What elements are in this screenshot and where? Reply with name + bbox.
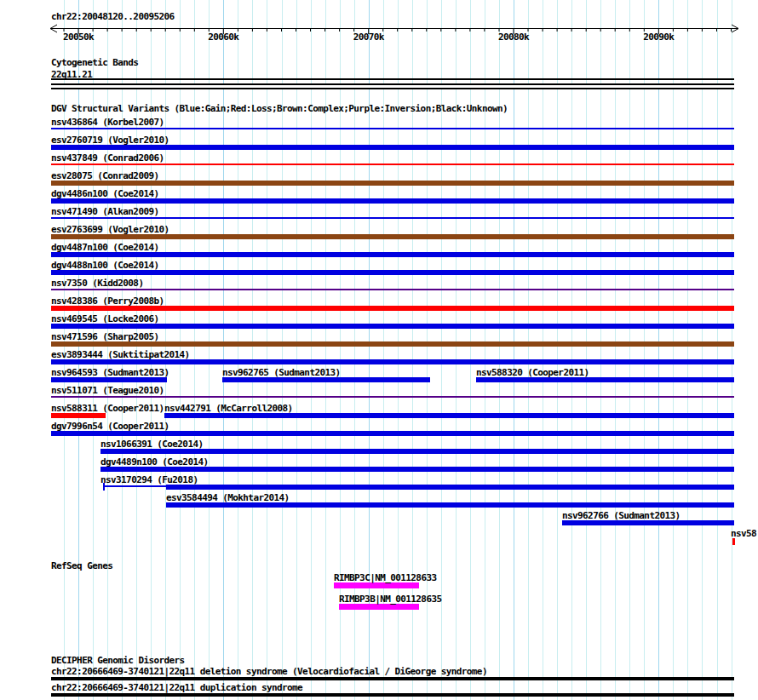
- gridline: [543, 0, 543, 700]
- coordinate-ruler: 20050k20060k20070k20080k20090k: [0, 0, 758, 44]
- genome-browser: chr22:20048120..20095206 20050k20060k200…: [0, 0, 758, 700]
- gridline: [702, 0, 703, 700]
- variant-bar[interactable]: [103, 485, 166, 487]
- variant-label[interactable]: dgv4489n100 (Coe2014): [100, 456, 208, 468]
- variant-label[interactable]: nsv962765 (Sudmant2013): [222, 367, 341, 378]
- gridline: [629, 0, 630, 700]
- gridline: [571, 0, 572, 700]
- variant-label[interactable]: dgv4488n100 (Coe2014): [51, 260, 158, 271]
- gene-bar[interactable]: [339, 604, 419, 610]
- section-title-refseq: RefSeq Genes: [51, 560, 112, 571]
- gridline: [586, 0, 587, 700]
- gridline: [615, 0, 616, 700]
- cytoband-track-line: [51, 78, 734, 80]
- variant-label[interactable]: esv28075 (Conrad2009): [51, 170, 158, 181]
- gridline: [673, 0, 674, 700]
- variant-label[interactable]: esv3584494 (Mokhtar2014): [166, 492, 290, 503]
- variant-label[interactable]: nsv471596 (Sharp2005): [51, 331, 158, 342]
- ruler-tick-label: 20050k: [63, 32, 95, 43]
- variant-label[interactable]: nsv964593 (Sudmant2013): [51, 367, 169, 378]
- variant-label[interactable]: nsv471490 (Alkan2009): [51, 206, 158, 217]
- section-title-dgv: DGV Structural Variants (Blue:Gain;Red:L…: [51, 103, 508, 114]
- ruler-tick-label: 20080k: [498, 32, 530, 43]
- variant-label[interactable]: esv2763699 (Vogler2010): [51, 224, 169, 235]
- disorder-bar[interactable]: [51, 677, 734, 680]
- disorder-bar[interactable]: [51, 693, 734, 697]
- section-title-decipher: DECIPHER Genomic Disorders: [51, 655, 185, 666]
- ruler-tick-label: 20060k: [208, 32, 239, 43]
- variant-label[interactable]: dgv4487n100 (Coe2014): [51, 242, 158, 253]
- variant-label[interactable]: nsv437849 (Conrad2006): [51, 152, 164, 164]
- variant-label[interactable]: nsv442791 (McCarroll2008): [164, 403, 293, 414]
- gridline: [528, 0, 529, 700]
- gene-label[interactable]: RIMBP3C|NM_001128633: [334, 572, 436, 583]
- variant-label[interactable]: esv2760719 (Vogler2010): [51, 135, 169, 146]
- variant-label[interactable]: nsv469545 (Locke2006): [51, 313, 158, 324]
- variant-label[interactable]: nsv7350 (Kidd2008): [51, 278, 143, 289]
- variant-label[interactable]: esv3893444 (Suktitipat2014): [51, 349, 190, 360]
- variant-label[interactable]: nsv962766 (Sudmant2013): [562, 510, 680, 521]
- variant-label[interactable]: dgv7996n54 (Cooper2011): [51, 421, 169, 432]
- gridline: [687, 0, 688, 700]
- gridline: [644, 0, 645, 700]
- variant-label[interactable]: nsv436864 (Korbel2007): [51, 117, 164, 128]
- variant-label[interactable]: nsv588311 (Cooper2011): [51, 403, 164, 414]
- variant-bar[interactable]: [51, 396, 734, 398]
- variant-label[interactable]: nsv1066391 (Coe2014): [100, 439, 203, 450]
- variant-bar[interactable]: [732, 538, 735, 545]
- gridline: [732, 0, 732, 700]
- variant-label[interactable]: nsv588320 (Cooper2011): [476, 367, 589, 378]
- gridline: [717, 0, 718, 700]
- variant-label[interactable]: nsv58: [731, 528, 756, 539]
- gridline: [658, 0, 659, 700]
- variant-bar[interactable]: [51, 217, 734, 219]
- cytoband-box[interactable]: [51, 83, 734, 89]
- variant-bar[interactable]: [51, 164, 734, 165]
- variant-bar[interactable]: [51, 289, 734, 290]
- variant-label[interactable]: nsv3170294 (Fu2018): [100, 474, 198, 485]
- section-title-cytobands: Cytogenetic Bands: [51, 57, 138, 68]
- gridline: [514, 0, 514, 700]
- gridline: [600, 0, 601, 700]
- ruler-tick-label: 20090k: [643, 32, 675, 43]
- disorder-label[interactable]: chr22:20666469-3740121|22q11 duplication…: [51, 682, 302, 693]
- variant-bar[interactable]: [51, 128, 734, 129]
- disorder-label[interactable]: chr22:20666469-3740121|22q11 deletion sy…: [51, 666, 487, 677]
- gene-label[interactable]: RIMBP3B|NM_001128635: [339, 594, 441, 605]
- variant-label[interactable]: nsv428386 (Perry2008b): [51, 295, 164, 307]
- ruler-tick-label: 20070k: [353, 32, 385, 43]
- variant-label[interactable]: nsv511071 (Teague2010): [51, 385, 164, 396]
- variant-label[interactable]: dgv4486n100 (Coe2014): [51, 188, 158, 199]
- cytoband-label[interactable]: 22q11.21: [51, 69, 92, 80]
- gene-bar[interactable]: [334, 582, 419, 588]
- variant-bar[interactable]: [166, 485, 734, 490]
- gridline: [557, 0, 558, 700]
